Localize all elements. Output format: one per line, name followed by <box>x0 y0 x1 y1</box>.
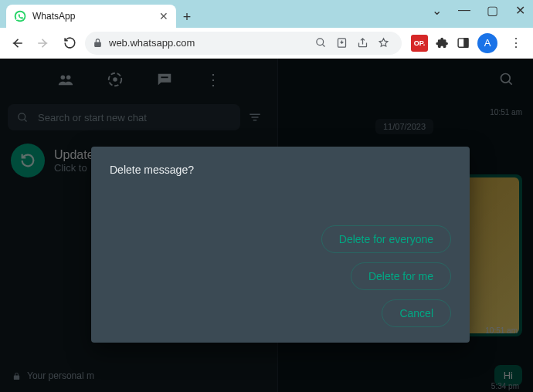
svg-rect-4 <box>464 39 468 47</box>
nav-forward-button[interactable] <box>32 32 54 54</box>
address-bar[interactable] <box>85 32 402 55</box>
url-input[interactable] <box>109 37 309 49</box>
cancel-button[interactable]: Cancel <box>382 299 451 327</box>
dialog-title: Delete message? <box>110 164 451 176</box>
window-dropdown-icon[interactable]: ⌄ <box>429 3 443 18</box>
window-controls: ⌄ — ▢ ✕ <box>429 3 527 18</box>
delete-message-dialog: Delete message? Delete for everyone Dele… <box>91 147 470 343</box>
lock-icon <box>93 38 103 48</box>
dialog-actions: Delete for everyone Delete for me Cancel <box>321 225 451 327</box>
tab-close-icon[interactable]: ✕ <box>159 10 168 22</box>
window-minimize-button[interactable]: — <box>457 3 471 18</box>
extensions-button[interactable] <box>436 36 449 49</box>
delete-for-me-button[interactable]: Delete for me <box>351 262 451 290</box>
install-app-icon[interactable] <box>336 37 348 49</box>
new-tab-button[interactable]: + <box>176 6 198 28</box>
tab-title: WhatsApp <box>32 11 75 22</box>
svg-point-1 <box>317 39 324 46</box>
search-lens-icon[interactable] <box>315 37 327 49</box>
panel-toggle-icon[interactable] <box>457 36 470 49</box>
profile-avatar[interactable]: A <box>477 33 497 53</box>
window-titlebar: WhatsApp ✕ + ⌄ — ▢ ✕ <box>0 0 533 28</box>
window-close-button[interactable]: ✕ <box>513 3 527 18</box>
extension-opera-icon[interactable]: OP. <box>411 35 428 52</box>
browser-toolbar: OP. A ⋮ <box>0 28 533 59</box>
window-maximize-button[interactable]: ▢ <box>485 3 499 18</box>
nav-back-button[interactable] <box>6 32 28 54</box>
delete-for-everyone-button[interactable]: Delete for everyone <box>321 225 451 253</box>
nav-reload-button[interactable] <box>59 32 80 54</box>
whatsapp-favicon-icon <box>14 10 26 22</box>
extensions-row: OP. A ⋮ <box>406 33 527 53</box>
browser-tab[interactable]: WhatsApp ✕ <box>6 5 176 28</box>
omnibox-actions <box>315 37 394 49</box>
chrome-menu-button[interactable]: ⋮ <box>505 35 527 50</box>
share-icon[interactable] <box>357 37 368 49</box>
bookmark-star-icon[interactable] <box>378 37 389 49</box>
